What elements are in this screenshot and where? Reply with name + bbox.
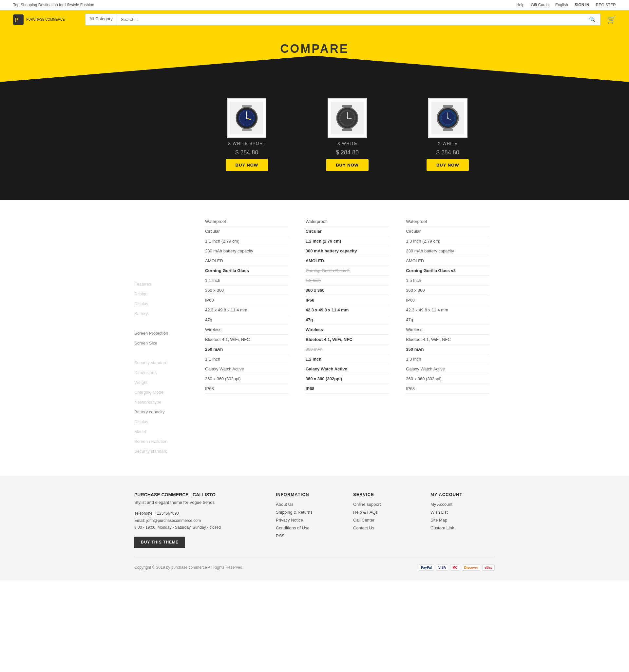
label-screen: Screen [134, 348, 200, 358]
spec-3-9: 42.3 x 49.8 x 11.4 mm [406, 305, 489, 315]
spec-3-3: 230 mAh battery capacity [406, 246, 489, 256]
signin-link[interactable]: SIGN IN [575, 3, 589, 7]
footer-service: SERVICE Online support Help & FAQs Call … [353, 492, 418, 548]
footer-tagline: Stylist and elegant theme for Vogue tren… [134, 500, 263, 505]
label-display: Display [134, 298, 200, 309]
search-icon: 🔍 [589, 17, 596, 22]
label-resolution: Screen resolution [134, 436, 200, 446]
product-price-3: $ 284 80 [436, 149, 459, 156]
spec-1-9: 42.3 x 49.8 x 11.4 mm [205, 305, 288, 315]
help-faqs-link[interactable]: Help & FAQs [353, 510, 378, 515]
footer-brand: PURCHASE COMMERCE - CALLISTO Stylist and… [134, 492, 263, 548]
product-name-3: X WHITE [438, 141, 458, 146]
label-display-technology: Display Technology [134, 318, 200, 328]
watch-image-2 [331, 102, 363, 135]
spec-2-9: 42.3 x 49.8 x 11.4 mm [306, 305, 389, 315]
list-item: Help & FAQs [353, 509, 418, 515]
search-button[interactable]: 🔍 [584, 14, 600, 25]
compare-inner: Features Design Display Battery Display … [134, 200, 495, 456]
shipping-link[interactable]: Shipping & Returns [276, 510, 312, 515]
top-bar: Top Shopping Destination for Lifestyle F… [0, 0, 629, 10]
list-item: Wish List [430, 509, 495, 515]
product-col-2: X WHITE $ 284 80 BUY NOW [300, 95, 395, 174]
specs-table-2: Waterproof Circular 1.2 Inch (2.79 cm) 3… [300, 213, 395, 397]
footer-information-title: INFORMATION [276, 492, 340, 497]
footer-account-title: MY ACCOUNT [430, 492, 495, 497]
spec-3-8: IP68 [406, 295, 489, 305]
label-charging: Charging Mode [134, 387, 200, 397]
search-input[interactable] [117, 14, 584, 25]
logo-area: P PURCHASE COMMERCE [13, 15, 79, 25]
label-weight: Weight [134, 377, 200, 387]
language-link[interactable]: English [555, 3, 568, 7]
privacy-link[interactable]: Privacy Notice [276, 518, 303, 523]
hero-banner: COMPARE [0, 29, 629, 82]
list-item: Custom Link [430, 525, 495, 530]
call-center-link[interactable]: Call Center [353, 518, 374, 523]
product-card-top-1: X WHITE SPORT $ 284 80 BUY NOW [200, 95, 294, 174]
spec-1-1: Circular [205, 226, 288, 236]
footer-information: INFORMATION About Us Shipping & Returns … [276, 492, 340, 548]
svg-point-19 [347, 117, 348, 119]
spec-3-14: 1.3 Inch [406, 354, 489, 364]
ebay-icon: eBay [482, 565, 495, 571]
footer-account-links: My Account Wish List Site Map Custom Lin… [430, 502, 495, 530]
spec-3-5: Corning Gorilla Glass v3 [406, 266, 489, 276]
register-link[interactable]: REGISTER [596, 3, 616, 7]
buy-button-1[interactable]: BUY NOW [226, 159, 268, 171]
spec-1-0: Waterproof [205, 217, 288, 226]
online-support-link[interactable]: Online support [353, 502, 381, 507]
mastercard-icon: MC [450, 565, 460, 571]
buy-button-2[interactable]: BUY NOW [326, 159, 369, 171]
spec-1-5: Corning Gorilla Glass [205, 266, 288, 276]
spec-3-1: Circular [406, 226, 489, 236]
conditions-link[interactable]: Conditions of Use [276, 526, 309, 530]
list-item: RSS [276, 533, 340, 538]
spec-2-7: 360 x 360 [306, 286, 389, 295]
spec-3-15: Galaxy Watch Active [406, 364, 489, 374]
custom-link[interactable]: Custom Link [430, 526, 454, 530]
svg-text:P: P [15, 17, 19, 23]
discover-icon: Discover [462, 565, 480, 571]
label-features: Features [134, 279, 200, 289]
gift-cards-link[interactable]: Gift Cards [531, 3, 549, 7]
my-account-link[interactable]: My Account [430, 502, 452, 507]
spec-2-14: 1.2 Inch [306, 354, 389, 364]
spec-3-4: AMOLED [406, 256, 489, 266]
spec-1-12: Bluetoot 4.1, WiFi, NFC [205, 335, 288, 344]
label-screen-protection: Screen Protection [134, 328, 200, 338]
contact-us-link[interactable]: Contact Us [353, 526, 374, 530]
spec-1-8: IP68 [205, 295, 288, 305]
spec-2-4: AMOLED [306, 256, 389, 266]
dark-section: X WHITE SPORT $ 284 80 BUY NOW [0, 82, 629, 200]
about-link[interactable]: About Us [276, 502, 293, 507]
spec-3-10: 47g [406, 315, 489, 325]
list-item: Privacy Notice [276, 517, 340, 523]
product-image-3 [428, 98, 468, 138]
spec-2-0: Waterproof [306, 217, 389, 226]
spec-1-16: 360 x 360 (302ppi) [205, 374, 288, 384]
site-map-link[interactable]: Site Map [430, 518, 447, 523]
buy-button-3[interactable]: BUY NOW [427, 159, 469, 171]
rss-link[interactable]: RSS [276, 533, 285, 538]
spec-3-7: 360 x 360 [406, 286, 489, 295]
cart-button[interactable]: 🛒 [607, 16, 616, 24]
spec-3-2: 1.3 Inch (2.79 cm) [406, 236, 489, 246]
spec-3-16: 360 x 360 (302ppi) [406, 374, 489, 384]
product-name-1: X WHITE SPORT [228, 141, 266, 146]
help-link[interactable]: Help [516, 3, 525, 7]
spec-2-5: Corning Gorilla Glass 3 [306, 266, 389, 276]
footer-telephone: Telephone: +1234567890 [134, 510, 263, 517]
spec-3-12: Bluetoot 4.1, WiFi, NFC [406, 335, 489, 344]
spec-2-3: 300 mAh battery capacity [306, 246, 389, 256]
search-bar: All Category 🔍 [85, 14, 601, 26]
wish-list-link[interactable]: Wish List [430, 510, 448, 515]
svg-point-29 [447, 117, 449, 119]
buy-theme-button[interactable]: BUY THIS THEME [134, 536, 185, 548]
label-dimensions: Dimensions [134, 367, 200, 377]
list-item: About Us [276, 502, 340, 507]
product-price-1: $ 284 80 [235, 149, 258, 156]
page-wrapper: Top Shopping Destination for Lifestyle F… [0, 0, 629, 580]
spec-2-1: Circular [306, 226, 389, 236]
label-screen-size: Screen Size [134, 338, 200, 348]
